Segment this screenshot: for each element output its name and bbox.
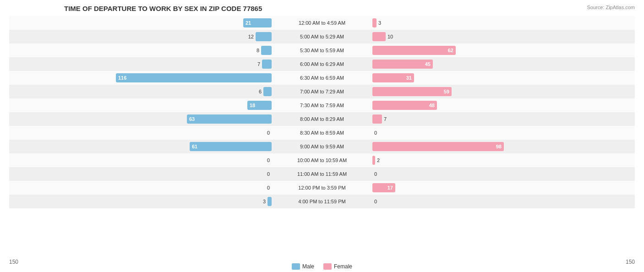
female-bar: 45 [372,60,433,69]
male-value-inside: 61 [192,144,197,149]
male-value: 7 [257,61,260,67]
male-value-inside: 18 [250,103,255,108]
female-bar-section: 2 [372,153,592,167]
chart-title: TIME OF DEPARTURE TO WORK BY SEX IN ZIP … [9,5,635,12]
female-bar-section: 0 [372,167,592,181]
female-value-inside: 62 [448,48,453,53]
table-row: 0 11:00 AM to 11:59 AM 0 [9,167,635,181]
male-bar: 116 [116,73,272,82]
male-value: 0 [267,171,270,177]
female-bar: 48 [372,101,437,110]
female-bar-section: 0 [372,195,592,208]
table-row: 6 7:00 AM to 7:29 AM 59 [9,85,635,98]
male-value-inside: 116 [118,75,126,81]
male-bar [256,32,272,41]
female-value-inside: 48 [429,103,435,108]
male-value: 3 [263,199,266,204]
rows-wrapper: 21 12:00 AM to 4:59 AM 3 12 5:00 AM to 5… [9,16,635,208]
table-row: 63 8:00 AM to 8:29 AM 7 [9,112,635,126]
female-value: 0 [374,199,377,204]
time-label: 8:30 AM to 8:59 AM [272,130,372,136]
male-value: 0 [267,158,270,163]
legend-male-box [292,263,300,270]
male-value: 0 [267,185,270,190]
male-bar-section: 3 [52,195,272,208]
male-bar: 63 [187,114,272,124]
table-row: 3 4:00 PM to 11:59 PM 0 [9,195,635,208]
male-bar-section: 0 [52,167,272,181]
table-row: 18 7:30 AM to 7:59 AM 48 [9,98,635,112]
female-value-inside: 59 [444,89,449,94]
female-value-inside: 17 [387,185,393,190]
legend-female: Female [323,263,352,270]
time-label: 12:00 PM to 3:59 PM [272,185,372,190]
female-bar-section: 98 [372,140,592,153]
male-value-inside: 21 [246,20,251,26]
male-value: 6 [259,89,262,94]
female-value-inside: 45 [425,61,431,67]
female-bar-section: 7 [372,112,592,126]
female-bar [372,114,382,124]
male-bar: 21 [243,18,272,27]
male-bar-section: 61 [52,140,272,153]
male-bar [267,197,272,206]
female-bar: 98 [372,142,504,151]
male-value: 12 [248,34,254,39]
legend-female-label: Female [334,263,352,270]
female-bar [372,156,375,165]
female-bar: 62 [372,46,456,55]
female-bar: 31 [372,73,414,82]
time-label: 7:30 AM to 7:59 AM [272,103,372,108]
axis-label-left: 150 [9,259,18,265]
time-label: 10:00 AM to 10:59 AM [272,158,372,163]
table-row: 0 10:00 AM to 10:59 AM 2 [9,153,635,167]
male-value-inside: 63 [189,116,195,122]
female-bar [372,18,377,27]
table-row: 7 6:00 AM to 6:29 AM 45 [9,57,635,71]
female-bar-section: 17 [372,181,592,195]
female-bar-section: 10 [372,30,592,44]
male-bar-section: 0 [52,181,272,195]
male-bar: 61 [190,142,272,151]
male-value: 0 [267,130,270,136]
male-bar-section: 116 [52,71,272,85]
table-row: 0 8:30 AM to 8:59 AM 0 [9,126,635,140]
male-bar-section: 7 [52,57,272,71]
source-label: Source: ZipAtlas.com [587,5,635,10]
table-row: 12 5:00 AM to 5:29 AM 10 [9,30,635,44]
time-label: 11:00 AM to 11:59 AM [272,171,372,177]
female-bar-section: 48 [372,98,592,112]
male-bar [262,60,272,69]
legend: Male Female [292,263,352,270]
legend-male-label: Male [302,263,314,270]
female-value: 3 [378,20,381,26]
table-row: 21 12:00 AM to 4:59 AM 3 [9,16,635,30]
table-row: 0 12:00 PM to 3:59 PM 17 [9,181,635,195]
female-bar: 17 [372,183,395,192]
time-label: 7:00 AM to 7:29 AM [272,89,372,94]
legend-male: Male [292,263,314,270]
male-bar-section: 6 [52,85,272,98]
legend-female-box [323,263,332,270]
female-bar-section: 59 [372,85,592,98]
male-bar-section: 8 [52,44,272,57]
male-bar-section: 63 [52,112,272,126]
female-bar-section: 45 [372,57,592,71]
male-bar [263,87,272,96]
axis-label-right: 150 [626,259,635,265]
female-value: 0 [374,130,377,136]
male-bar-section: 0 [52,153,272,167]
time-label: 4:00 PM to 11:59 PM [272,199,372,204]
time-label: 12:00 AM to 4:59 AM [272,20,372,26]
table-row: 116 6:30 AM to 6:59 AM 31 [9,71,635,85]
male-bar-section: 12 [52,30,272,44]
time-label: 5:30 AM to 5:59 AM [272,48,372,53]
female-value: 0 [374,171,377,177]
male-bar-section: 0 [52,126,272,140]
time-label: 8:00 AM to 8:29 AM [272,116,372,122]
male-bar-section: 18 [52,98,272,112]
female-value: 2 [377,158,380,163]
male-bar: 18 [247,101,272,110]
female-value: 7 [384,116,387,122]
female-value-inside: 31 [406,75,412,81]
